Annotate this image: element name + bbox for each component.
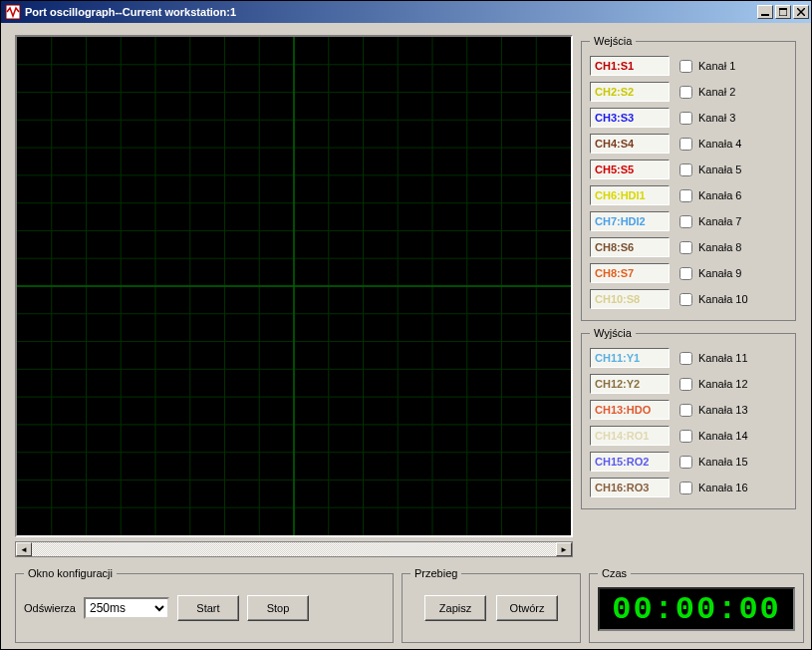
channel-badge: CH13:HDO [590, 400, 670, 420]
channel-checkbox[interactable] [679, 267, 692, 280]
open-button[interactable]: Otwórz [496, 595, 558, 621]
input-row: CH6:HDI1Kanała 6 [590, 182, 787, 208]
channel-badge: CH1:S1 [590, 56, 670, 76]
channel-checkbox-label[interactable]: Kanała 9 [679, 267, 787, 280]
channel-checkbox-label[interactable]: Kanała 7 [679, 215, 787, 228]
config-legend: Okno konfiguracji [24, 567, 117, 579]
scroll-left-button[interactable]: ◄ [16, 542, 32, 556]
channel-checkbox[interactable] [679, 456, 692, 469]
input-row: CH7:HDI2Kanała 7 [590, 208, 787, 234]
channel-badge: CH11:Y1 [590, 348, 670, 368]
input-row: CH4:S4Kanała 4 [590, 131, 787, 157]
channel-checkbox[interactable] [679, 60, 692, 73]
channel-checkbox-label[interactable]: Kanał 3 [679, 112, 787, 125]
channel-label: Kanała 5 [698, 163, 741, 175]
clock-group: Czas 00:00:00 [589, 567, 804, 643]
channel-checkbox-label[interactable]: Kanała 6 [679, 189, 787, 202]
channel-checkbox[interactable] [679, 215, 692, 228]
channel-badge: CH14:RO1 [590, 426, 670, 446]
channel-checkbox-label[interactable]: Kanała 10 [679, 293, 787, 306]
output-row: CH11:Y1Kanała 11 [590, 345, 787, 371]
channel-checkbox-label[interactable]: Kanała 11 [679, 352, 787, 365]
client-area: ◄ ► Wejścia CH1:S1Kanał 1CH2:S2Kanał 2CH… [1, 23, 811, 649]
output-row: CH12:Y2Kanała 12 [590, 371, 787, 397]
channel-label: Kanała 11 [698, 352, 748, 364]
app-window: Port oscillograph--Current workstation:1 [0, 0, 812, 650]
channel-badge: CH8:S6 [590, 237, 670, 257]
titlebar: Port oscillograph--Current workstation:1 [1, 1, 811, 23]
scroll-track[interactable] [32, 542, 556, 556]
channel-label: Kanała 4 [698, 138, 741, 150]
channel-badge: CH12:Y2 [590, 374, 670, 394]
channel-checkbox-label[interactable]: Kanała 13 [679, 404, 787, 417]
trace-group: Przebieg Zapisz Otwórz [402, 567, 581, 643]
start-button[interactable]: Start [177, 595, 239, 621]
channel-label: Kanała 14 [698, 430, 748, 442]
stop-button[interactable]: Stop [247, 595, 309, 621]
channel-checkbox[interactable] [679, 482, 692, 494]
input-row: CH8:S6Kanała 8 [590, 234, 787, 260]
channel-label: Kanał 3 [698, 112, 735, 124]
channel-checkbox-label[interactable]: Kanała 8 [679, 241, 787, 254]
horizontal-scrollbar[interactable]: ◄ ► [15, 541, 573, 557]
channel-checkbox[interactable] [679, 138, 692, 151]
oscilloscope-display [15, 35, 573, 537]
app-icon [5, 4, 21, 20]
channel-checkbox[interactable] [679, 189, 692, 202]
refresh-label: Odświerza [24, 602, 76, 614]
input-row: CH10:S8Kanała 10 [590, 286, 787, 312]
refresh-select[interactable]: 250ms [84, 597, 169, 619]
svg-rect-1 [761, 14, 769, 16]
input-row: CH3:S3Kanał 3 [590, 105, 787, 131]
scroll-right-button[interactable]: ► [556, 542, 572, 556]
input-row: CH1:S1Kanał 1 [590, 53, 787, 79]
channel-label: Kanała 10 [698, 293, 748, 305]
channel-checkbox[interactable] [679, 163, 692, 176]
config-group: Okno konfiguracji Odświerza 250ms Start … [15, 567, 394, 643]
minimize-button[interactable] [757, 5, 773, 19]
outputs-legend: Wyjścia [590, 327, 636, 339]
channel-checkbox-label[interactable]: Kanała 15 [679, 456, 787, 469]
channel-badge: CH4:S4 [590, 134, 670, 154]
channel-badge: CH15:RO2 [590, 452, 670, 472]
inputs-group: Wejścia CH1:S1Kanał 1CH2:S2Kanał 2CH3:S3… [581, 35, 796, 321]
channel-badge: CH2:S2 [590, 82, 670, 102]
clock-display: 00:00:00 [598, 587, 795, 631]
window-title: Port oscillograph--Current workstation:1 [25, 6, 757, 18]
channel-badge: CH5:S5 [590, 160, 670, 179]
channel-checkbox[interactable] [679, 112, 692, 125]
channel-checkbox-label[interactable]: Kanał 2 [679, 86, 787, 99]
channel-checkbox[interactable] [679, 378, 692, 391]
channel-label: Kanał 2 [698, 86, 735, 98]
channel-checkbox-label[interactable]: Kanała 16 [679, 482, 787, 494]
channel-badge: CH6:HDI1 [590, 185, 670, 205]
channel-badge: CH3:S3 [590, 108, 670, 128]
channel-badge: CH10:S8 [590, 289, 670, 309]
channel-checkbox-label[interactable]: Kanała 12 [679, 378, 787, 391]
channel-checkbox[interactable] [679, 86, 692, 99]
channel-checkbox-label[interactable]: Kanał 1 [679, 60, 787, 73]
channel-label: Kanała 9 [698, 267, 741, 279]
channel-badge: CH8:S7 [590, 263, 670, 283]
channel-label: Kanała 8 [698, 241, 741, 253]
channel-checkbox-label[interactable]: Kanała 4 [679, 138, 787, 151]
channel-badge: CH16:RO3 [590, 478, 670, 497]
maximize-button[interactable] [775, 5, 791, 19]
save-button[interactable]: Zapisz [424, 595, 486, 621]
output-row: CH16:RO3Kanała 16 [590, 475, 787, 500]
input-row: CH2:S2Kanał 2 [590, 79, 787, 105]
outputs-group: Wyjścia CH11:Y1Kanała 11CH12:Y2Kanała 12… [581, 327, 796, 509]
channel-label: Kanała 12 [698, 378, 748, 390]
channel-checkbox[interactable] [679, 430, 692, 443]
channel-checkbox[interactable] [679, 293, 692, 306]
channel-checkbox-label[interactable]: Kanała 14 [679, 430, 787, 443]
clock-legend: Czas [598, 567, 631, 579]
channel-checkbox[interactable] [679, 404, 692, 417]
close-button[interactable] [793, 5, 809, 19]
channel-badge: CH7:HDI2 [590, 211, 670, 231]
channel-checkbox-label[interactable]: Kanała 5 [679, 163, 787, 176]
svg-rect-3 [779, 8, 787, 10]
channel-checkbox[interactable] [679, 352, 692, 365]
channel-checkbox[interactable] [679, 241, 692, 254]
output-row: CH13:HDOKanała 13 [590, 397, 787, 423]
